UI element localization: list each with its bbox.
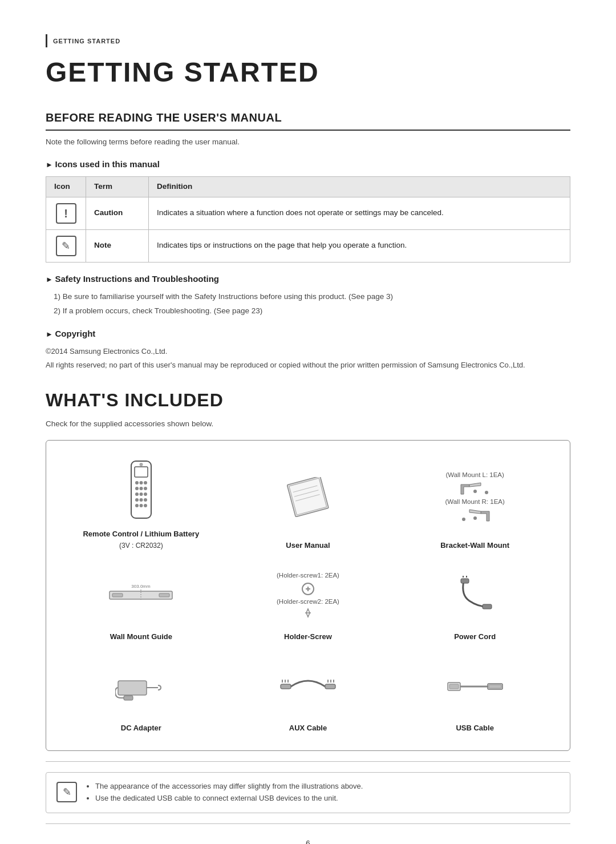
remote-control-svg	[125, 460, 157, 523]
whats-included-title: WHAT'S INCLUDED	[46, 386, 570, 414]
included-item-usb-cable: USB Cable	[391, 650, 558, 741]
svg-point-11	[135, 498, 139, 502]
svg-point-7	[144, 487, 147, 490]
svg-text:303.0mm: 303.0mm	[132, 584, 151, 589]
table-header-definition: Definition	[149, 177, 570, 197]
table-row: ! Caution Indicates a situation where a …	[46, 197, 570, 229]
bracket-image: (Wall Mount L: 1EA) (Wall Mount R: 1EA)	[445, 460, 504, 534]
before-reading-intro: Note the following terms before reading …	[46, 136, 570, 148]
wall-mount-guide-image: 303.0mm	[107, 564, 175, 625]
breadcrumb-label: Getting Started	[53, 38, 120, 45]
svg-point-6	[139, 487, 143, 490]
svg-point-10	[144, 492, 147, 496]
copyright-line-1: ©2014 Samsung Electronics Co.,Ltd.	[46, 346, 570, 357]
svg-rect-37	[483, 604, 492, 609]
note-box: ✎ The appearance of the accessories may …	[46, 772, 570, 813]
section-divider	[46, 761, 570, 762]
bracket-label: Bracket-Wall Mount	[440, 540, 509, 551]
svg-point-15	[139, 504, 143, 507]
svg-rect-43	[281, 684, 291, 689]
svg-rect-52	[449, 684, 459, 689]
dc-adapter-label: DC Adapter	[121, 722, 161, 734]
svg-rect-28	[112, 593, 123, 597]
icons-table: Icon Term Definition ! Caution Indicates…	[46, 176, 570, 262]
svg-rect-42	[124, 696, 133, 700]
svg-point-13	[144, 498, 147, 502]
definition-note: Indicates tips or instructions on the pa…	[149, 229, 570, 262]
aux-cable-image	[279, 656, 337, 717]
table-header-term: Term	[86, 177, 149, 197]
bracket-desc-l: (Wall Mount L: 1EA)	[445, 470, 504, 480]
included-item-wall-mount-guide: 303.0mm Wall Mount Guide	[58, 559, 225, 650]
included-item-power-cord: Power Cord	[391, 559, 558, 650]
note-box-content: The appearance of the accessories may di…	[85, 781, 363, 805]
note-icon: ✎	[56, 236, 76, 256]
included-grid: Remote Control / Lithium Battery (3V : C…	[58, 454, 558, 741]
svg-rect-47	[325, 684, 335, 689]
bracket-r-svg	[458, 507, 492, 524]
icon-cell-caution: !	[46, 197, 86, 229]
svg-point-23	[473, 490, 477, 493]
svg-point-25	[473, 516, 477, 520]
table-row: ✎ Note Indicates tips or instructions on…	[46, 229, 570, 262]
svg-point-26	[462, 518, 465, 521]
term-note: Note	[86, 229, 149, 262]
svg-rect-36	[461, 579, 469, 583]
note-box-icon: ✎	[56, 782, 77, 802]
list-item: 2) If a problem occurs, check Troublesho…	[54, 305, 570, 317]
whats-included-intro: Check for the supplied accessories shown…	[46, 418, 570, 430]
usb-cable-image	[447, 656, 504, 717]
remote-control-label: Remote Control / Lithium Battery (3V : C…	[83, 528, 199, 551]
svg-point-16	[144, 504, 147, 507]
definition-caution: Indicates a situation where a function d…	[149, 197, 570, 229]
user-manual-svg	[282, 477, 334, 517]
holder-screw2-svg	[303, 608, 313, 618]
copyright-line-2: All rights reserved; no part of this use…	[46, 360, 570, 371]
power-cord-label: Power Cord	[454, 631, 496, 643]
table-header-icon: Icon	[46, 177, 86, 197]
safety-subsection-title: Safety Instructions and Troubleshooting	[46, 273, 570, 286]
bracket-l-svg	[458, 480, 492, 497]
svg-point-8	[135, 492, 139, 496]
holder-screw1-svg	[301, 582, 315, 596]
list-item: Use the dedicated USB cable to connect e…	[95, 793, 363, 805]
included-item-holder-screw: (Holder-screw1: 2EA) (Holder-screw2: 2EA…	[225, 559, 392, 650]
copyright-subsection-title: Copyright	[46, 328, 570, 341]
note-icon-footer: ✎	[56, 782, 77, 802]
svg-point-4	[144, 481, 147, 484]
page-title: GETTING STARTED	[46, 52, 570, 93]
holder-screw1-desc: (Holder-screw1: 2EA)	[277, 571, 339, 580]
safety-list: 1) Be sure to familiarise yourself with …	[54, 291, 570, 317]
included-item-aux-cable: AUX Cable	[225, 650, 392, 741]
aux-cable-svg	[279, 669, 337, 704]
svg-point-2	[135, 481, 139, 484]
holder-screw-image: (Holder-screw1: 2EA) (Holder-screw2: 2EA…	[277, 564, 339, 625]
user-manual-image	[282, 460, 334, 534]
dc-adapter-image	[115, 656, 167, 717]
dc-adapter-svg	[115, 669, 167, 704]
svg-point-24	[485, 491, 488, 494]
term-caution: Caution	[86, 197, 149, 229]
included-box: Remote Control / Lithium Battery (3V : C…	[46, 440, 570, 751]
aux-cable-label: AUX Cable	[289, 722, 327, 734]
list-item: 1) Be sure to familiarise yourself with …	[54, 291, 570, 302]
power-cord-svg	[455, 575, 495, 615]
page-number: 6	[46, 838, 570, 844]
usb-cable-svg	[447, 673, 504, 699]
bracket-desc-r: (Wall Mount R: 1EA)	[445, 497, 504, 507]
caution-icon: !	[56, 203, 76, 224]
svg-point-5	[135, 487, 139, 490]
svg-rect-29	[159, 593, 169, 597]
included-item-user-manual: User Manual	[225, 454, 392, 559]
list-item: The appearance of the accessories may di…	[95, 781, 363, 793]
svg-point-9	[139, 492, 143, 496]
user-manual-label: User Manual	[286, 540, 330, 551]
svg-rect-1	[135, 467, 148, 477]
wall-mount-guide-svg: 303.0mm	[107, 581, 175, 609]
included-item-remote-control: Remote Control / Lithium Battery (3V : C…	[58, 454, 225, 559]
section-divider-bottom	[46, 823, 570, 824]
usb-cable-label: USB Cable	[456, 722, 493, 734]
remote-control-image	[125, 460, 157, 523]
icon-cell-note: ✎	[46, 229, 86, 262]
breadcrumb: Getting Started	[46, 34, 570, 47]
